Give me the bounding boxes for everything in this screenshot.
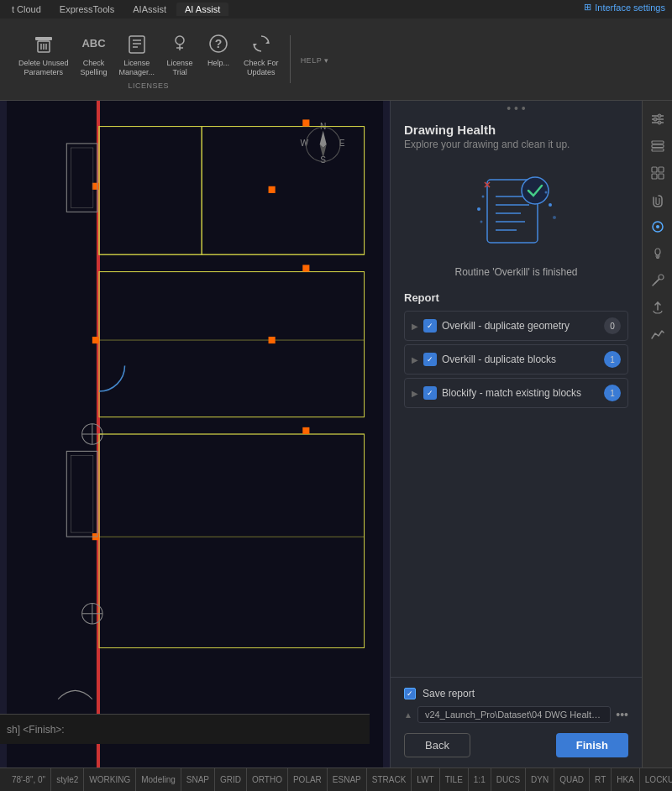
help-label: Help...: [207, 59, 229, 68]
sidebar-analytics-icon[interactable]: [646, 322, 669, 346]
tab-aiassist[interactable]: AIAssist: [124, 3, 175, 16]
status-polar[interactable]: POLAR: [288, 768, 328, 791]
illustration-caption: Routine 'Overkill' is finished: [455, 266, 578, 278]
report-item-overkill-geometry[interactable]: ▶ ✓ Overkill - duplicate geometry 0: [404, 311, 628, 341]
status-esnap[interactable]: ESNAP: [328, 768, 367, 791]
svg-rect-81: [656, 257, 659, 259]
svg-point-61: [549, 203, 552, 207]
overkill-geometry-label: Overkill - duplicate geometry: [442, 320, 599, 332]
blockify-label: Blockify - match existing blocks: [442, 387, 599, 399]
svg-point-60: [481, 196, 484, 198]
back-button[interactable]: Back: [404, 733, 470, 757]
license-trial-icon: [168, 32, 192, 55]
svg-point-70: [658, 121, 661, 124]
status-lwt[interactable]: LWT: [412, 768, 439, 791]
svg-rect-71: [652, 141, 664, 144]
status-quad[interactable]: QUAD: [554, 768, 590, 791]
expand-path-icon[interactable]: ▲: [404, 710, 412, 720]
status-scale[interactable]: 1:1: [469, 768, 491, 791]
help-group-label: HELP ▾: [301, 56, 329, 65]
status-working[interactable]: WORKING: [84, 768, 136, 791]
status-grid[interactable]: GRID: [215, 768, 247, 791]
sidebar-grid-icon[interactable]: [646, 161, 669, 185]
check-icon-3: ✓: [423, 386, 437, 400]
panel-title: Drawing Health: [404, 123, 628, 137]
status-hka[interactable]: HKA: [612, 768, 640, 791]
interface-settings-button[interactable]: ⊞ Interface settings: [584, 2, 665, 13]
cad-canvas[interactable]: N E S W: [0, 101, 390, 767]
save-report-checkbox[interactable]: ✓: [404, 688, 416, 699]
footer-buttons: Back Finish: [404, 733, 628, 757]
svg-point-79: [656, 225, 659, 228]
tab-expresstools[interactable]: ExpressTools: [51, 3, 123, 16]
delete-unused-label: Delete UnusedParameters: [18, 59, 69, 77]
svg-point-64: [480, 221, 482, 223]
help-btn[interactable]: ? Help...: [200, 29, 237, 81]
svg-point-63: [553, 216, 556, 219]
svg-point-62: [544, 191, 547, 194]
command-prefix: sh] <Finish>:: [7, 724, 65, 736]
svg-rect-36: [269, 337, 276, 343]
license-manager-btn[interactable]: LicenseManager...: [114, 29, 160, 81]
svg-rect-44: [302, 427, 309, 434]
license-trial-btn[interactable]: LicenseTrial: [161, 29, 198, 81]
sidebar-layers-icon[interactable]: [646, 134, 669, 158]
status-snap[interactable]: SNAP: [181, 768, 215, 791]
report-title: Report: [404, 291, 628, 304]
tab-cloud[interactable]: t Cloud: [3, 3, 50, 16]
file-more-button[interactable]: •••: [616, 708, 628, 721]
status-ortho[interactable]: ORTHO: [247, 768, 288, 791]
status-strack[interactable]: STRACK: [367, 768, 412, 791]
sidebar-tools-icon[interactable]: [646, 269, 669, 292]
cad-drawing: N E S W: [0, 101, 390, 767]
panel-drag-handle[interactable]: • • •: [391, 101, 642, 116]
check-icon-1: ✓: [423, 319, 437, 333]
status-tile[interactable]: TILE: [440, 768, 469, 791]
top-toolbar: t Cloud ExpressTools AIAssist AI Assist …: [0, 0, 672, 101]
sidebar-paint-icon[interactable]: [646, 215, 669, 238]
panel-illustration: Routine 'Overkill' is finished: [391, 154, 642, 291]
health-illustration: [466, 167, 567, 259]
svg-rect-5: [129, 36, 144, 53]
toolbar-content: Delete UnusedParameters ABC CheckSpellin…: [0, 18, 672, 100]
check-spelling-label: CheckSpelling: [81, 59, 108, 77]
svg-rect-73: [652, 149, 664, 151]
svg-rect-72: [652, 145, 664, 148]
check-updates-btn[interactable]: Check ForUpdates: [239, 29, 284, 81]
status-ducs[interactable]: DUCS: [491, 768, 526, 791]
svg-rect-35: [92, 337, 99, 343]
sidebar-upload-icon[interactable]: [646, 296, 669, 319]
check-spelling-btn[interactable]: ABC CheckSpelling: [76, 29, 113, 81]
panel-header: Drawing Health Explore your drawing and …: [391, 116, 642, 154]
status-dyn[interactable]: DYN: [526, 768, 554, 791]
save-report-row: ✓ Save report: [404, 688, 628, 699]
status-style[interactable]: style2: [51, 768, 84, 791]
svg-rect-37: [302, 265, 309, 271]
help-group: HELP ▾: [294, 55, 329, 65]
chevron-icon-3: ▶: [412, 389, 418, 398]
svg-text:?: ?: [215, 37, 223, 50]
svg-point-9: [176, 36, 184, 45]
report-item-blockify[interactable]: ▶ ✓ Blockify - match existing blocks 1: [404, 378, 628, 408]
status-coord: 78'-8", 0": [7, 768, 51, 791]
delete-unused-icon: [32, 32, 55, 55]
sidebar-sliders-icon[interactable]: [646, 107, 669, 131]
finish-button[interactable]: Finish: [556, 733, 628, 757]
status-modeling[interactable]: Modeling: [136, 768, 181, 791]
status-bar: 78'-8", 0" style2 WORKING Modeling SNAP …: [0, 767, 672, 791]
status-lockui[interactable]: LOCKUI: [640, 768, 672, 791]
report-item-overkill-blocks[interactable]: ▶ ✓ Overkill - duplicate blocks 1: [404, 344, 628, 375]
licenses-group-label: LICENSES: [129, 81, 170, 90]
tab-ai-assist[interactable]: AI Assist: [176, 3, 228, 16]
file-path-display[interactable]: v24_Launch_Pro\Dataset\04 DWG Health.txt: [417, 706, 611, 723]
svg-point-82: [659, 275, 664, 280]
sidebar-attach-icon[interactable]: [646, 188, 669, 212]
status-rt[interactable]: RT: [590, 768, 612, 791]
report-section: Report ▶ ✓ Overkill - duplicate geometry…: [391, 291, 642, 411]
svg-point-56: [522, 177, 549, 204]
license-trial-label: LicenseTrial: [167, 59, 193, 77]
toolbar-tabs: t Cloud ExpressTools AIAssist AI Assist …: [0, 0, 672, 18]
sidebar-lightbulb-icon[interactable]: [646, 242, 669, 265]
delete-unused-btn[interactable]: Delete UnusedParameters: [13, 29, 74, 81]
overkill-blocks-label: Overkill - duplicate blocks: [442, 354, 599, 365]
